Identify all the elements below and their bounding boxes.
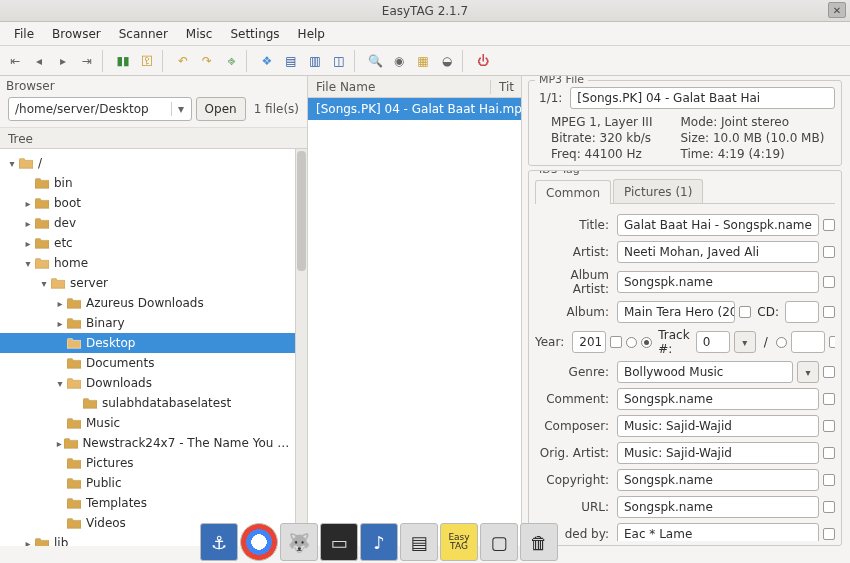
settings-icon[interactable]: ◒ [436,50,458,72]
tree-scrollbar[interactable] [295,149,307,546]
genre-dropdown[interactable]: ▾ [797,361,819,383]
tree-row[interactable]: Public [0,473,295,493]
redo-icon[interactable]: ↷ [196,50,218,72]
dock-music-icon[interactable]: ♪ [360,523,398,561]
dock-terminal-icon[interactable]: ▭ [320,523,358,561]
apply-album-artist-checkbox[interactable] [823,276,835,288]
tree-row[interactable]: ▸dev [0,213,295,233]
expand-closed-icon[interactable]: ▸ [54,438,64,449]
scan-icon[interactable]: ▮▮ [112,50,134,72]
dock-easytag-icon[interactable]: EasyTAG [440,523,478,561]
nav-prev-icon[interactable]: ◂ [28,50,50,72]
filename-input[interactable]: [Songs.PK] 04 - Galat Baat Hai [570,87,835,109]
apply-artist-checkbox[interactable] [823,246,835,258]
track-dropdown[interactable]: ▾ [734,331,756,353]
apply-copyright-checkbox[interactable] [823,474,835,486]
apply-encoded-by-checkbox[interactable] [823,528,835,540]
expand-closed-icon[interactable]: ▸ [22,238,34,249]
input-genre[interactable]: Bollywood Music [617,361,793,383]
invert-icon[interactable]: ◫ [328,50,350,72]
apply-genre-checkbox[interactable] [823,366,835,378]
input-title[interactable]: Galat Baat Hai - Songspk.name [617,214,819,236]
tab-common[interactable]: Common [535,180,611,204]
file-row[interactable]: [Songs.PK] 04 - Galat Baat Hai.mp3 Ga [308,98,521,120]
menu-help[interactable]: Help [290,24,333,44]
unselect-all-icon[interactable]: ▥ [304,50,326,72]
tree-row[interactable]: Pictures [0,453,295,473]
playlist-icon[interactable]: ▦ [412,50,434,72]
apply-url-checkbox[interactable] [823,501,835,513]
track-total-radio[interactable] [776,337,787,348]
chevron-down-icon[interactable]: ▾ [171,102,191,116]
nav-last-icon[interactable]: ⇥ [76,50,98,72]
input-track-total[interactable] [791,331,825,353]
apply-year-checkbox[interactable] [610,336,622,348]
file-list[interactable]: [Songs.PK] 04 - Galat Baat Hai.mp3 Ga [308,98,521,546]
select-all-icon[interactable]: ▤ [280,50,302,72]
tree-row[interactable]: Desktop [0,333,295,353]
key-icon[interactable]: ⚿ [136,50,158,72]
expand-open-icon[interactable]: ▾ [54,378,66,389]
apply-icon[interactable]: ⎆ [220,50,242,72]
apply-composer-checkbox[interactable] [823,420,835,432]
menu-file[interactable]: File [6,24,42,44]
tree-row[interactable]: ▸Newstrack24x7 - The Name You Know. T [0,433,295,453]
tree-row[interactable]: ▸boot [0,193,295,213]
apply-cd-checkbox[interactable] [823,306,835,318]
folder-tree[interactable]: ▾/bin▸boot▸dev▸etc▾home▾server▸Azureus D… [0,149,295,546]
expand-closed-icon[interactable]: ▸ [54,318,66,329]
dock-chrome-icon[interactable] [240,523,278,561]
tree-row[interactable]: sulabhdatabaselatest [0,393,295,413]
apply-comment-checkbox[interactable] [823,393,835,405]
open-button[interactable]: Open [196,97,246,121]
tree-row[interactable]: ▾server [0,273,295,293]
menu-misc[interactable]: Misc [178,24,221,44]
input-comment[interactable]: Songspk.name [617,388,819,410]
expand-closed-icon[interactable]: ▸ [22,198,34,209]
nav-first-icon[interactable]: ⇤ [4,50,26,72]
tree-row[interactable]: ▾/ [0,153,295,173]
input-encoded-by[interactable]: Eac * Lame [617,523,819,541]
cddb-icon[interactable]: ◉ [388,50,410,72]
input-artist[interactable]: Neeti Mohan, Javed Ali [617,241,819,263]
input-track[interactable]: 0 [696,331,730,353]
track-radio-a[interactable] [626,337,637,348]
window-close-button[interactable]: ✕ [828,2,846,18]
apply-track-checkbox[interactable] [829,336,835,348]
tree-row[interactable]: ▸Binary [0,313,295,333]
col-filename[interactable]: File Name [308,80,491,94]
path-combobox[interactable]: /home/server/Desktop ▾ [8,97,192,121]
undo-icon[interactable]: ↶ [172,50,194,72]
apply-title-checkbox[interactable] [823,219,835,231]
input-year[interactable]: 201 [572,331,606,353]
nav-next-icon[interactable]: ▸ [52,50,74,72]
search-icon[interactable]: 🔍 [364,50,386,72]
tree-row[interactable]: bin [0,173,295,193]
expand-closed-icon[interactable]: ▸ [22,218,34,229]
tree-row[interactable]: ▸Azureus Downloads [0,293,295,313]
input-composer[interactable]: Music: Sajid-Wajid [617,415,819,437]
menu-browser[interactable]: Browser [44,24,109,44]
apply-album-checkbox[interactable] [739,306,751,318]
dock-libreoffice-icon[interactable]: ▤ [400,523,438,561]
input-url[interactable]: Songspk.name [617,496,819,518]
tree-row[interactable]: Documents [0,353,295,373]
scrollbar-thumb[interactable] [297,151,306,271]
exit-icon[interactable]: ⏻ [472,50,494,72]
expand-open-icon[interactable]: ▾ [6,158,18,169]
tree-row[interactable]: ▾home [0,253,295,273]
expand-closed-icon[interactable]: ▸ [22,538,34,547]
input-album-artist[interactable]: Songspk.name [617,271,819,293]
tag-icon[interactable]: ❖ [256,50,278,72]
tree-row[interactable]: Music [0,413,295,433]
tab-pictures[interactable]: Pictures (1) [613,179,703,203]
tree-row[interactable]: ▸etc [0,233,295,253]
tree-row[interactable]: ▾Downloads [0,373,295,393]
col-title[interactable]: Tit [491,80,521,94]
input-cd[interactable] [785,301,819,323]
dock-anchor-icon[interactable]: ⚓ [200,523,238,561]
dock-generic-icon[interactable]: ▢ [480,523,518,561]
menu-scanner[interactable]: Scanner [111,24,176,44]
input-orig-artist[interactable]: Music: Sajid-Wajid [617,442,819,464]
dock-gimp-icon[interactable]: 🐺 [280,523,318,561]
